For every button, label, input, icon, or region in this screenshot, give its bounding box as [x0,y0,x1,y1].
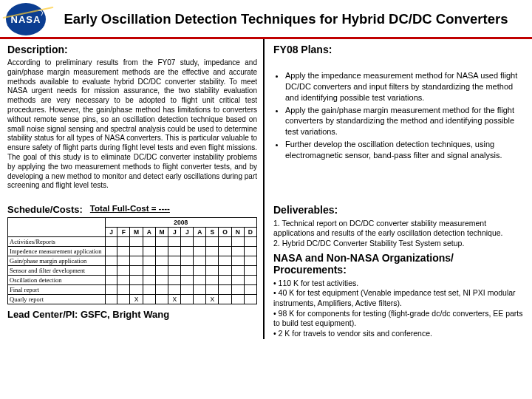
logo-text: NASA [11,14,41,25]
table-row: Quarly reportXXX [8,295,257,304]
gantt-cell [206,266,219,276]
gantt-cell [155,295,168,304]
gantt-cell [168,266,181,276]
gantt-cell [117,295,130,304]
gantt-cell [206,256,219,266]
schedule-table: 2008 JFMAMJJASOND Activities/ReportsImpe… [7,217,257,304]
gantt-cell [143,285,155,295]
description-heading: Description: [7,44,257,55]
gantt-cell [117,276,130,285]
gantt-cell [130,247,143,256]
gantt-cell [219,266,231,276]
activity-label: Sensor and filter development [8,266,106,276]
page-title: Early Oscillation Detection Techniques f… [46,10,526,27]
gantt-cell [130,276,143,285]
gantt-cell [244,256,256,266]
gantt-cell [181,276,194,285]
month-header: M [130,228,143,237]
deliverables-list: 1. Technical report on DC/DC converter s… [273,219,525,249]
gantt-cell [206,285,219,295]
gantt-cell [244,276,256,285]
activity-label: Activities/Reports [8,237,106,247]
table-row: Oscillation detection [8,276,257,285]
gantt-cell [105,266,117,276]
gantt-cell [143,237,155,247]
lead-center-pi: Lead Center/PI: GSFC, Bright Wang [7,309,257,320]
content-columns: Description: According to preliminary re… [0,39,532,339]
gantt-cell [219,256,231,266]
gantt-cell [194,276,206,285]
gantt-cell [181,247,194,256]
gantt-cell [244,237,256,247]
table-row: Gain/phase margin application [8,256,257,266]
description-text: According to preliminary results from th… [7,58,257,191]
table-row: Activities/Reports [8,237,257,247]
procurements-list: • 110 K for test activities.• 40 K for t… [273,279,525,339]
gantt-cell [117,247,130,256]
header: NASA Early Oscillation Detection Techniq… [0,0,532,37]
gantt-cell [155,247,168,256]
month-header: F [117,228,130,237]
gantt-cell [194,285,206,295]
deliverables-heading: Deliverables: [273,204,525,216]
gantt-cell [206,247,219,256]
gantt-cell [181,256,194,266]
year-cell: 2008 [105,218,256,228]
plans-heading: FY08 Plans: [273,44,525,55]
gantt-cell [231,247,244,256]
table-row: Impedence measurement application [8,247,257,256]
month-header: A [143,228,155,237]
gantt-cell [130,237,143,247]
gantt-cell [143,276,155,285]
gantt-cell [105,285,117,295]
deliverable-item: 1. Technical report on DC/DC converter s… [273,219,525,239]
gantt-cell [117,256,130,266]
plan-item: Apply the gain/phase margin measurement … [285,105,525,138]
gantt-cell [105,247,117,256]
deliverable-item: 2. Hybrid DC/DC Converter Stability Test… [273,239,525,249]
gantt-cell: X [206,295,219,304]
gantt-cell [219,237,231,247]
gantt-cell [231,295,244,304]
gantt-cell [206,276,219,285]
month-header: O [219,228,231,237]
gantt-cell [244,247,256,256]
gantt-cell [143,256,155,266]
gantt-cell [105,237,117,247]
right-column: FY08 Plans: Apply the impedance measurem… [265,39,532,339]
schedule-heading: Schedule/Costs: [7,204,83,215]
table-row: Sensor and filter development [8,266,257,276]
gantt-cell [231,237,244,247]
gantt-cell [231,256,244,266]
month-header: J [105,228,117,237]
gantt-cell [181,295,194,304]
gantt-cell [168,237,181,247]
plan-item: Apply the impedance measurement method f… [285,70,525,103]
gantt-cell [130,285,143,295]
gantt-cell [194,256,206,266]
gantt-cell [219,295,231,304]
gantt-cell [143,295,155,304]
gantt-cell [130,256,143,266]
gantt-cell [219,276,231,285]
procurement-item: • 40 K for test equipment (Venable imped… [273,288,525,308]
gantt-cell [117,237,130,247]
activity-label: Oscillation detection [8,276,106,285]
activity-label: Quarly report [8,295,106,304]
month-header: S [206,228,219,237]
gantt-cell [117,266,130,276]
gantt-cell [168,256,181,266]
month-header: M [155,228,168,237]
plans-list: Apply the impedance measurement method f… [273,70,525,161]
gantt-cell [168,247,181,256]
nasa-logo: NASA [6,3,46,35]
gantt-cell [155,266,168,276]
gantt-cell: X [130,295,143,304]
month-header: J [181,228,194,237]
gantt-cell [105,295,117,304]
gantt-cell [155,256,168,266]
gantt-cell [231,276,244,285]
gantt-cell: X [168,295,181,304]
gantt-cell [194,266,206,276]
left-column: Description: According to preliminary re… [0,39,265,339]
